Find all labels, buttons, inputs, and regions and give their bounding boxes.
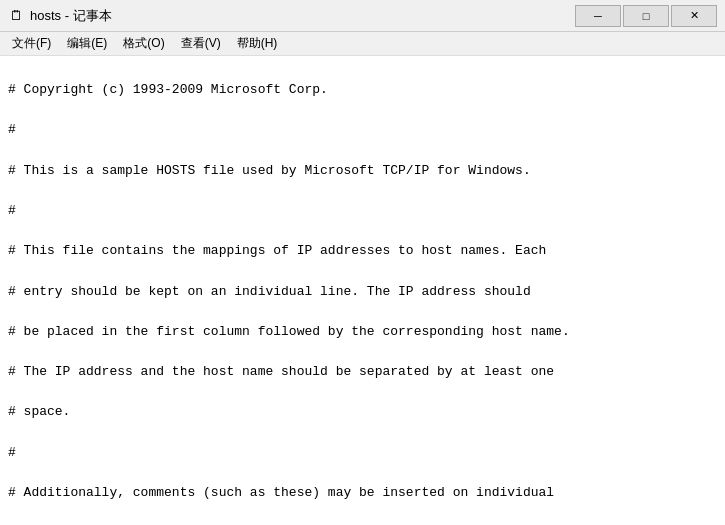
line-11: # Additionally, comments (such as these)… (8, 483, 717, 503)
line-7: # be placed in the first column followed… (8, 322, 717, 342)
line-4: # (8, 201, 717, 221)
maximize-button[interactable]: □ (623, 5, 669, 27)
menu-file[interactable]: 文件(F) (4, 33, 59, 54)
editor-area[interactable]: # Copyright (c) 1993-2009 Microsoft Corp… (0, 56, 725, 525)
close-button[interactable]: ✕ (671, 5, 717, 27)
menu-view[interactable]: 查看(V) (173, 33, 229, 54)
menu-edit[interactable]: 编辑(E) (59, 33, 115, 54)
title-bar: 🗒 hosts - 记事本 ─ □ ✕ (0, 0, 725, 32)
line-8: # The IP address and the host name shoul… (8, 362, 717, 382)
line-5: # This file contains the mappings of IP … (8, 241, 717, 261)
menu-help[interactable]: 帮助(H) (229, 33, 286, 54)
line-3: # This is a sample HOSTS file used by Mi… (8, 161, 717, 181)
window-icon: 🗒 (8, 8, 24, 24)
line-10: # (8, 443, 717, 463)
menu-bar: 文件(F) 编辑(E) 格式(O) 查看(V) 帮助(H) (0, 32, 725, 56)
line-2: # (8, 120, 717, 140)
minimize-button[interactable]: ─ (575, 5, 621, 27)
line-6: # entry should be kept on an individual … (8, 282, 717, 302)
line-1: # Copyright (c) 1993-2009 Microsoft Corp… (8, 80, 717, 100)
menu-format[interactable]: 格式(O) (115, 33, 172, 54)
line-9: # space. (8, 402, 717, 422)
window-title: hosts - 记事本 (30, 7, 575, 25)
window-controls[interactable]: ─ □ ✕ (575, 5, 717, 27)
